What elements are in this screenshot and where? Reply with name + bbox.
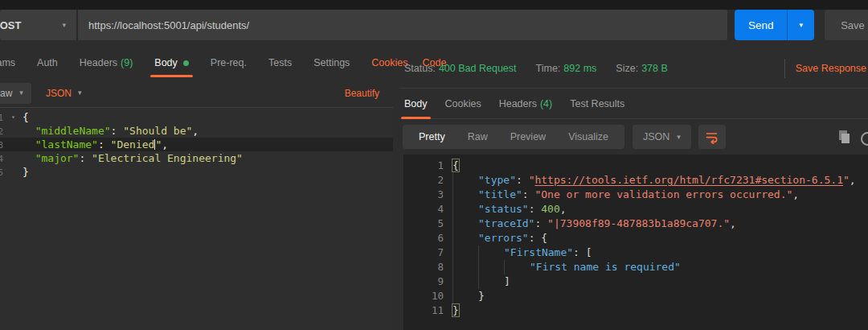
response-language-dropdown[interactable]: JSON ▾: [633, 125, 691, 149]
save-button-label: Save: [841, 19, 865, 31]
chevron-down-icon: ▾: [62, 22, 66, 29]
search-icon[interactable]: [861, 132, 868, 146]
indent-guide: [452, 217, 478, 231]
code-line: 7"FirstName": [: [403, 245, 868, 260]
body-language-label: JSON: [46, 88, 72, 99]
copy-button[interactable]: [837, 130, 850, 144]
save-response-button[interactable]: Save Response: [784, 59, 868, 78]
gutter-spacer: [4, 124, 23, 138]
code-line-text: "lastName": "Denied",: [23, 138, 168, 151]
code-line: 4 "major": "Electrical Engineering": [0, 151, 393, 165]
save-button[interactable]: Save: [825, 10, 868, 40]
indent-guide: [452, 274, 478, 289]
line-number: 2: [403, 173, 452, 188]
response-view-switcher: PrettyRawPreviewVisualize: [403, 125, 624, 149]
request-tab-tests[interactable]: Tests: [268, 48, 292, 77]
chevron-down-icon: ▾: [19, 89, 23, 97]
code-line: 8"First name is required": [403, 260, 868, 274]
url-input[interactable]: https://localhost:5001/api/students/: [88, 19, 249, 31]
line-number: 8: [403, 260, 452, 274]
request-body-editor[interactable]: 1▾{2 "middleName": "Should be",3 "lastNa…: [0, 107, 393, 330]
request-tab-params[interactable]: Params: [0, 48, 15, 77]
code-line: 5"traceId": "|73908f89-487883b1a89ca707.…: [403, 217, 868, 231]
request-tab-label: Settings: [313, 57, 350, 68]
code-line-text: "title": "One or more validation errors …: [452, 188, 799, 202]
request-tab-body[interactable]: Body: [154, 48, 189, 77]
response-tab-body[interactable]: Body: [404, 89, 428, 118]
code-line-text: "status": 400,: [452, 202, 567, 217]
method-label: POST: [0, 19, 21, 31]
response-tab-headers[interactable]: Headers(4): [499, 89, 553, 118]
response-tab-label: Body: [404, 98, 428, 109]
code-line-text: "type": "https://tools.ietf.org/html/rfc…: [452, 173, 856, 188]
request-tab-prereq[interactable]: Pre-req.: [211, 48, 247, 77]
beautify-link[interactable]: Beautify: [345, 88, 379, 99]
tab-count-badge: (4): [540, 98, 552, 109]
body-language-dropdown[interactable]: JSON ▾: [46, 88, 82, 99]
view-visualize[interactable]: Visualize: [557, 125, 620, 149]
response-view-toolbar: PrettyRawPreviewVisualize JSON ▾: [399, 119, 868, 155]
indent-guide: [478, 245, 504, 260]
indent-guide: [452, 173, 478, 188]
request-url-bar: POST ▾ https://localhost:5001/api/studen…: [0, 10, 727, 40]
view-preview[interactable]: Preview: [499, 125, 557, 149]
size-value: 378 B: [641, 63, 668, 74]
send-button-label[interactable]: Send: [735, 10, 787, 40]
response-body-viewer: 1{2"type": "https://tools.ietf.org/html/…: [403, 155, 868, 330]
line-number: 9: [403, 274, 452, 289]
response-panel: Status:400 Bad Request Time:892 ms Size:…: [399, 48, 868, 330]
time-value: 892 ms: [563, 63, 596, 74]
body-mode-dropdown[interactable]: raw ▾: [0, 83, 31, 104]
response-link[interactable]: https://tools.ietf.org/html/rfc7231#sect…: [534, 174, 843, 186]
code-line: 2"type": "https://tools.ietf.org/html/rf…: [403, 173, 868, 188]
indent-guide: [452, 188, 478, 202]
status-value: 400 Bad Request: [439, 63, 517, 74]
response-tab-cookies[interactable]: Cookies: [445, 89, 481, 118]
code-line: 3 "lastName": "Denied",: [0, 138, 393, 151]
response-size: Size:378 B: [616, 63, 667, 74]
body-filled-dot-icon: [183, 60, 189, 66]
request-body-toolbar: raw ▾ JSON ▾ Beautify: [0, 79, 392, 107]
chevron-down-icon: ▾: [677, 134, 681, 141]
line-number: 7: [403, 245, 452, 260]
line-number: 10: [403, 289, 452, 303]
indent-guide: [452, 245, 478, 260]
code-line-text: {: [452, 159, 459, 173]
code-line: 6"errors": {: [403, 231, 868, 245]
request-tab-auth[interactable]: Auth: [37, 48, 58, 77]
line-number: 5: [403, 217, 452, 231]
wrap-text-button[interactable]: [698, 125, 726, 149]
response-status: Status:400 Bad Request: [404, 63, 517, 74]
response-tab-label: Headers: [499, 98, 537, 109]
fold-caret-icon[interactable]: ▾: [4, 110, 23, 124]
code-line: 2 "middleName": "Should be",: [0, 124, 393, 138]
response-time: Time:892 ms: [536, 63, 597, 74]
view-pretty[interactable]: Pretty: [407, 125, 457, 149]
code-line-text: }: [452, 289, 485, 303]
response-tab-testresults[interactable]: Test Results: [570, 89, 624, 118]
code-line: 4"status": 400,: [403, 202, 868, 217]
code-line: 11}: [403, 303, 868, 318]
code-line-text: "traceId": "|73908f89-487883b1a89ca707."…: [452, 217, 736, 231]
view-raw[interactable]: Raw: [457, 125, 499, 149]
code-line-text: }: [452, 303, 459, 318]
gutter-spacer: [4, 138, 23, 151]
code-line-text: "errors": {: [452, 231, 547, 245]
response-tabs: BodyCookiesHeaders(4)Test Results: [399, 89, 868, 119]
request-tab-settings[interactable]: Settings: [313, 48, 350, 77]
indent-guide: [478, 274, 504, 289]
code-line: 9]: [403, 274, 868, 289]
response-tab-label: Test Results: [570, 98, 624, 109]
code-line-text: "middleName": "Should be",: [23, 124, 199, 138]
indent-guide: [478, 260, 504, 274]
request-tab-label: Pre-req.: [211, 57, 247, 68]
request-tab-headers[interactable]: Headers(9): [80, 48, 133, 77]
line-number: 4: [403, 202, 452, 217]
gutter-spacer: [4, 151, 23, 165]
send-options-button[interactable]: ▾: [787, 10, 814, 40]
method-selector[interactable]: POST ▾: [0, 10, 78, 40]
code-line-text: "major": "Electrical Engineering": [23, 151, 243, 165]
send-button[interactable]: Send ▾: [735, 10, 814, 40]
code-line-text: }: [23, 165, 29, 179]
window-top-strip: [0, 0, 868, 10]
